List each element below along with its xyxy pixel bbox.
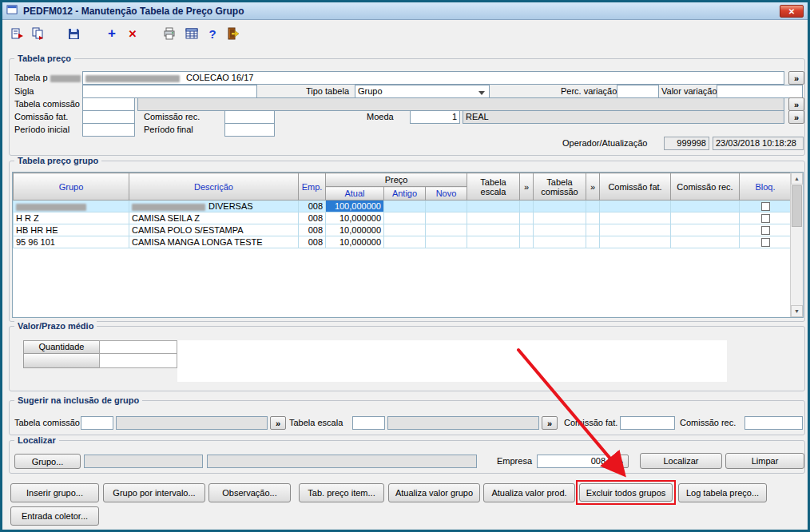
tabela-comissao-codigo-field[interactable]: [82, 97, 135, 111]
moeda-lookup-button[interactable]: »: [788, 110, 804, 124]
empresa-lookup-button[interactable]: »: [613, 455, 629, 468]
cell-descricao[interactable]: CAMISA SEILA Z: [129, 212, 299, 224]
cell-tabela-escala[interactable]: [467, 236, 520, 248]
print-icon[interactable]: [159, 23, 180, 44]
cell-tabela-escala[interactable]: [467, 224, 520, 236]
col-header-tabela-comissao[interactable]: Tabela comissão: [534, 173, 586, 200]
cell-tabela-comissao[interactable]: [534, 200, 586, 212]
cell-novo[interactable]: [426, 224, 467, 236]
col-header-comissao-rec[interactable]: Comissão rec.: [671, 173, 740, 200]
cell-comissao-rec[interactable]: [671, 200, 740, 212]
cell-comissao-fat[interactable]: [600, 200, 671, 212]
observacao-button[interactable]: Observação...: [208, 483, 291, 502]
cell-descricao[interactable]: CAMISA MANGA LONGA TESTE: [129, 236, 299, 248]
moeda-numero-field[interactable]: 1: [410, 110, 460, 124]
col-header-escala-lookup[interactable]: »: [520, 173, 534, 200]
cell-tabela-comissao[interactable]: [534, 212, 586, 224]
valor-prazo-cell[interactable]: [99, 353, 177, 368]
tabela-comissao-lookup-button[interactable]: »: [788, 97, 804, 111]
cell-comissao-rec[interactable]: [671, 224, 740, 236]
excluir-todos-grupos-button[interactable]: Excluir todos grupos: [579, 483, 673, 502]
cell-comissao-lookup[interactable]: [586, 236, 600, 248]
tipo-tabela-combo[interactable]: Grupo: [355, 85, 490, 98]
table-row[interactable]: DIVERSAS 008 100,000000: [14, 200, 792, 212]
cell-antigo[interactable]: [384, 200, 426, 212]
save-icon[interactable]: [63, 23, 84, 44]
tabela-comissao-nome-field[interactable]: [137, 97, 784, 111]
bloq-checkbox[interactable]: [761, 214, 770, 223]
col-header-bloq[interactable]: Bloq.: [740, 173, 792, 200]
sugerir-comissao-lookup-button[interactable]: »: [270, 416, 286, 430]
cell-antigo[interactable]: [384, 212, 426, 224]
table-row[interactable]: H R Z CAMISA SEILA Z 008 10,000000: [14, 212, 792, 224]
cell-escala-lookup[interactable]: [520, 200, 534, 212]
tabela-preco-field[interactable]: COLECAO 16/17: [82, 71, 784, 85]
cell-comissao-fat[interactable]: [600, 224, 671, 236]
cell-emp[interactable]: 008: [299, 212, 326, 224]
cell-antigo[interactable]: [384, 236, 426, 248]
cell-emp[interactable]: 008: [299, 236, 326, 248]
localizar-grupo-codigo-field[interactable]: [84, 455, 203, 468]
table-row[interactable]: HB HR HE CAMISA POLO S/ESTAMPA 008 10,00…: [14, 224, 792, 236]
grupo-por-intervalo-button[interactable]: Grupo por intervalo...: [103, 483, 205, 502]
col-header-tabela-escala[interactable]: Tabela escala: [467, 173, 520, 200]
localizar-grupo-button[interactable]: Grupo...: [14, 454, 81, 469]
cell-comissao-fat[interactable]: [600, 236, 671, 248]
cell-descricao[interactable]: CAMISA POLO S/ESTAMPA: [129, 224, 299, 236]
col-header-antigo[interactable]: Antigo: [384, 187, 426, 200]
add-record-icon[interactable]: +: [101, 23, 122, 44]
cell-comissao-lookup[interactable]: [586, 212, 600, 224]
comissao-rec-field[interactable]: [224, 110, 275, 124]
cell-grupo[interactable]: [14, 200, 129, 212]
cell-descricao[interactable]: DIVERSAS: [129, 200, 299, 212]
sugerir-tabela-escala-field[interactable]: [352, 416, 385, 430]
localizar-button[interactable]: Localizar: [640, 453, 722, 469]
col-header-comissao-lookup[interactable]: »: [586, 173, 600, 200]
atualiza-valor-prod-button[interactable]: Atualiza valor prod.: [483, 483, 575, 502]
close-button[interactable]: ✕: [780, 5, 804, 18]
cell-atual-selected[interactable]: 100,000000: [326, 200, 384, 212]
col-header-comissao-fat[interactable]: Comissão fat.: [600, 173, 671, 200]
periodo-final-field[interactable]: [224, 123, 275, 137]
copy-record-icon[interactable]: [28, 23, 49, 44]
cell-emp[interactable]: 008: [299, 200, 326, 212]
scrollbar-thumb[interactable]: [792, 185, 802, 227]
log-tabela-preco-button[interactable]: Log tabela preço...: [678, 483, 767, 502]
sugerir-comissao-rec-field[interactable]: [744, 416, 803, 430]
sugerir-tabela-comissao-field[interactable]: [81, 416, 113, 430]
col-header-grupo[interactable]: Grupo: [14, 173, 129, 200]
cell-novo[interactable]: [426, 200, 467, 212]
cell-novo[interactable]: [426, 212, 467, 224]
cell-grupo[interactable]: 95 96 101: [14, 236, 129, 248]
sigla-field[interactable]: [82, 85, 257, 98]
cell-grupo[interactable]: HB HR HE: [14, 224, 129, 236]
atualiza-valor-grupo-button[interactable]: Atualiza valor grupo: [388, 483, 480, 502]
cell-comissao-fat[interactable]: [600, 212, 671, 224]
sugerir-tabela-escala-nome-field[interactable]: [387, 416, 539, 430]
tab-preco-item-button[interactable]: Tab. preço item...: [299, 483, 384, 502]
bloq-checkbox[interactable]: [761, 226, 770, 235]
cell-tabela-escala[interactable]: [467, 212, 520, 224]
moeda-nome-field[interactable]: REAL: [463, 110, 784, 124]
cell-grupo[interactable]: H R Z: [14, 212, 129, 224]
cell-escala-lookup[interactable]: [520, 224, 534, 236]
delete-record-icon[interactable]: ✕: [122, 23, 143, 44]
valor-variacao-field[interactable]: [717, 85, 803, 98]
grid-view-icon[interactable]: [181, 23, 202, 44]
post-record-icon[interactable]: [7, 23, 28, 44]
cell-comissao-lookup[interactable]: [586, 224, 600, 236]
scroll-down-icon[interactable]: ▼: [791, 305, 803, 317]
sugerir-tabela-comissao-nome-field[interactable]: [116, 416, 268, 430]
cell-escala-lookup[interactable]: [520, 236, 534, 248]
cell-antigo[interactable]: [384, 224, 426, 236]
cell-tabela-escala[interactable]: [467, 200, 520, 212]
cell-comissao-rec[interactable]: [671, 236, 740, 248]
localizar-grupo-descricao-field[interactable]: [207, 455, 477, 468]
cell-atual[interactable]: 10,000000: [326, 236, 384, 248]
empresa-field[interactable]: 008: [537, 455, 609, 468]
scroll-up-icon[interactable]: ▲: [791, 173, 803, 185]
bloq-checkbox[interactable]: [761, 238, 770, 247]
periodo-inicial-field[interactable]: [82, 123, 135, 137]
tabela-preco-lookup-button[interactable]: »: [788, 71, 804, 85]
table-row[interactable]: 95 96 101 CAMISA MANGA LONGA TESTE 008 1…: [14, 236, 792, 248]
